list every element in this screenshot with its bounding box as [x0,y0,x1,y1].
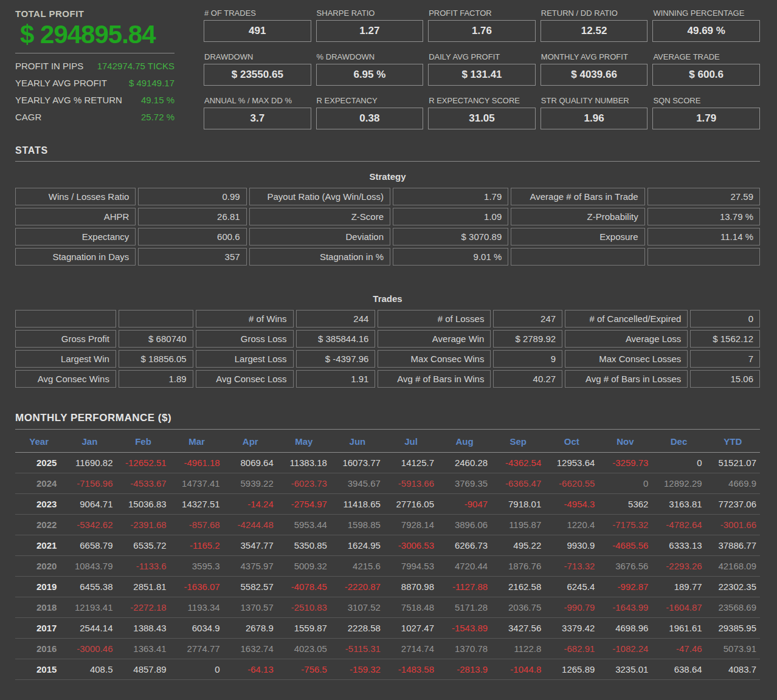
monthly-value-cell: 3235.01 [598,659,652,680]
monthly-value-cell: -2813.9 [438,659,491,680]
stat-box-value: 1.27 [316,20,424,42]
trades-value-cell: 1.89 [119,370,193,388]
stat-box-value: $ 4039.66 [540,64,648,86]
stat-box-grid: # OF TRADES491SHARPE RATIO1.27PROFIT FAC… [204,7,760,129]
monthly-value-cell: 8870.98 [384,577,438,597]
strategy-value-cell: 11.14 % [648,228,760,245]
monthly-year-cell: 2023 [15,494,63,515]
monthly-year-row: 2015408.54857.890-64.13-756.5-159.32-148… [15,659,760,680]
strategy-label-cell: Stagnation in % [249,248,390,266]
monthly-year-cell: 2025 [15,453,63,473]
monthly-value-cell: 1370.78 [438,639,491,659]
monthly-value-cell: 9930.9 [545,535,598,556]
monthly-value-cell: 12953.64 [545,453,598,473]
stat-box: STR QUALITY NUMBER1.96 [540,96,648,129]
monthly-year-cell: 2024 [15,473,63,494]
monthly-value-cell: 1876.76 [491,556,545,577]
monthly-value-cell: 495.22 [491,535,545,556]
summary-metric-value: $ 49149.17 [129,78,174,88]
trades-value-cell: $ 1562.12 [690,330,760,348]
monthly-value-cell: 3163.81 [652,494,705,515]
divider [15,429,760,430]
monthly-year-cell: 2015 [15,659,63,680]
monthly-value-cell: 22302.35 [706,577,760,597]
stat-box-label: R EXPECTANCY [317,96,424,105]
monthly-value-cell: 5953.44 [277,515,331,535]
monthly-value-cell: -4782.64 [652,515,705,535]
strategy-label-cell: Wins / Losses Ratio [15,188,136,205]
monthly-column-header: Jul [384,431,438,453]
monthly-value-cell: -857.68 [170,515,224,535]
stat-box-label: ANNUAL % / MAX DD % [204,96,311,105]
monthly-value-cell: 3945.67 [331,473,384,494]
monthly-year-row: 20239064.7115036.8314327.51-14.24-2754.9… [15,494,760,515]
monthly-value-cell: 1632.74 [224,639,277,659]
monthly-value-cell: 3379.42 [545,618,598,639]
stat-box-value: 0.38 [316,108,424,129]
monthly-value-cell: 11418.65 [331,494,384,515]
strategy-table: Wins / Losses Ratio0.99Payout Ratio (Avg… [15,188,760,266]
stat-box-label: SQN SCORE [653,96,760,105]
stat-box-label: # OF TRADES [204,9,311,18]
monthly-value-cell: 0 [170,659,224,680]
summary-metric-label: YEARLY AVG % RETURN [15,95,122,105]
stat-box: RETURN / DD RATIO12.52 [540,9,648,42]
strategy-label-cell: Average # of Bars in Trade [511,188,644,205]
strategy-value-cell [648,248,760,266]
summary-metric-row: CAGR25.72 % [15,112,174,122]
monthly-value-cell: 14125.7 [384,453,438,473]
monthly-value-cell: 11383.18 [277,453,331,473]
divider [15,53,174,53]
trades-value-cell: $ 2789.92 [493,330,562,348]
trades-value-cell: 7 [690,350,760,368]
strategy-value-cell: 1.79 [393,188,508,205]
stat-box-label: WINNING PERCENTAGE [653,9,760,18]
summary-metric-label: PROFIT IN PIPS [15,61,83,71]
trades-value-cell [119,310,193,328]
monthly-year-row: 201812193.41-2272.181193.341370.57-2510.… [15,597,760,618]
stat-box: R EXPECTANCY SCORE31.05 [428,96,536,129]
monthly-value-cell: -1483.58 [384,659,438,680]
monthly-value-cell: -4685.56 [598,535,652,556]
stat-box-value: $ 600.6 [652,64,760,86]
monthly-value-cell: -2272.18 [116,597,170,618]
strategy-value-cell: 1.09 [393,208,508,225]
trades-label-cell: # of Cancelled/Expired [565,310,688,328]
monthly-value-cell: 16073.77 [331,453,384,473]
monthly-value-cell: 1598.85 [331,515,384,535]
monthly-value-cell: 2678.9 [224,618,277,639]
stat-box-value: 1.76 [428,20,536,42]
monthly-year-cell: 2017 [15,618,63,639]
stat-box: # OF TRADES491 [204,9,311,42]
monthly-value-cell: -756.5 [277,659,331,680]
monthly-value-cell: 15036.83 [116,494,170,515]
monthly-year-cell: 2018 [15,597,63,618]
total-profit-value: $ 294895.84 [20,20,174,49]
monthly-column-header: Year [15,431,63,453]
trades-label-cell: Largest Win [15,350,116,368]
monthly-value-cell: -2220.87 [331,577,384,597]
total-profit-panel: TOTAL PROFIT $ 294895.84 PROFIT IN PIPS1… [15,7,174,129]
trades-value-cell: 9 [493,350,562,368]
trades-value-cell: $ 385844.16 [296,330,376,348]
strategy-value-cell: 27.59 [648,188,760,205]
stat-box: DRAWDOWN$ 23550.65 [204,52,311,86]
monthly-value-cell: 5073.91 [706,639,760,659]
monthly-value-cell: -3000.46 [63,639,116,659]
strategy-label-cell: AHPR [15,208,136,225]
monthly-column-header: Jun [331,431,384,453]
stat-box: % DRAWDOWN6.95 % [316,52,424,86]
monthly-value-cell: -7156.96 [63,473,116,494]
strategy-label-cell: Payout Ratio (Avg Win/Loss) [249,188,390,205]
monthly-value-cell: 7518.48 [384,597,438,618]
monthly-value-cell: 6034.9 [170,618,224,639]
monthly-value-cell: 408.5 [63,659,116,680]
trades-value-cell: 0 [690,310,760,328]
monthly-value-cell: 189.77 [652,577,705,597]
monthly-year-cell: 2019 [15,577,63,597]
strategy-label-cell: Stagnation in Days [15,248,136,266]
strategy-value-cell: 9.01 % [393,248,508,266]
monthly-value-cell: -6620.55 [545,473,598,494]
monthly-value-cell: 2714.74 [384,639,438,659]
stat-box: PROFIT FACTOR1.76 [428,9,536,42]
